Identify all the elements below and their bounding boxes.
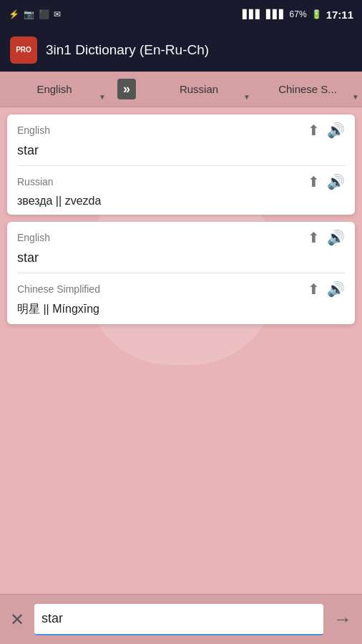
- signal2-icon: ▋▋▋: [266, 9, 285, 19]
- battery-icon: 🔋: [311, 9, 322, 19]
- status-bar: ⚡ 📷 ⬛ ✉ ▋▋▋ ▋▋▋ 67% 🔋 17:11: [0, 0, 362, 29]
- card1-english-share-icon[interactable]: ⬆: [308, 122, 320, 139]
- tab-direction-arrow: »: [117, 79, 136, 99]
- camera-icon: 📷: [24, 9, 34, 19]
- search-go-button[interactable]: →: [333, 608, 352, 630]
- card1-russian-value: звезда || zvezda: [17, 193, 345, 209]
- card1-english-sound-icon[interactable]: 🔊: [327, 122, 345, 139]
- tab-chinese[interactable]: Chinese S... ▼: [253, 72, 362, 107]
- tab-bar: English ▼ » Russian ▼ Chinese S... ▼: [0, 72, 362, 107]
- card1-russian-actions: ⬆ 🔊: [308, 173, 345, 190]
- app-header: PRO 3in1 Dictionary (En-Ru-Ch): [0, 29, 362, 72]
- card2-english-header: English ⬆ 🔊: [17, 229, 345, 246]
- card-en-ru: English ⬆ 🔊 star Russian ⬆ 🔊 звезда || z…: [7, 114, 355, 215]
- bbm-icon: ⬛: [39, 9, 49, 19]
- clear-button[interactable]: ✕: [10, 610, 24, 630]
- tab-chinese-label: Chinese S...: [278, 83, 337, 95]
- app-title: 3in1 Dictionary (En-Ru-Ch): [46, 42, 209, 58]
- card2-english-actions: ⬆ 🔊: [308, 229, 345, 246]
- usb-icon: ⚡: [9, 9, 19, 19]
- tab-russian-label: Russian: [180, 83, 218, 95]
- app-icon: PRO: [10, 36, 37, 64]
- card1-english-header: English ⬆ 🔊: [17, 122, 345, 139]
- status-time: 17:11: [326, 9, 353, 21]
- card2-english-label: English: [17, 232, 50, 243]
- search-bar: ✕ →: [0, 594, 362, 644]
- card1-russian-sound-icon[interactable]: 🔊: [327, 173, 345, 190]
- search-input[interactable]: [41, 611, 316, 626]
- card1-russian-label: Russian: [17, 176, 54, 187]
- card1-section-english: English ⬆ 🔊 star: [7, 114, 355, 165]
- status-right-icons: ▋▋▋ ▋▋▋ 67% 🔋 17:11: [243, 9, 353, 21]
- card2-chinese-actions: ⬆ 🔊: [308, 280, 345, 298]
- tab-english-arrow: ▼: [99, 93, 106, 101]
- tab-english[interactable]: English ▼: [0, 72, 109, 107]
- card1-english-label: English: [17, 125, 50, 136]
- signal-icon: ▋▋▋: [243, 9, 262, 19]
- card2-chinese-sound-icon[interactable]: 🔊: [327, 280, 345, 298]
- tab-english-label: English: [36, 83, 72, 95]
- card2-section-chinese: Chinese Simplified ⬆ 🔊 明星 || Míngxīng: [7, 273, 355, 324]
- card2-english-share-icon[interactable]: ⬆: [308, 229, 320, 246]
- card2-chinese-label: Chinese Simplified: [17, 283, 100, 295]
- message-icon: ✉: [54, 9, 61, 19]
- card2-chinese-header: Chinese Simplified ⬆ 🔊: [17, 280, 345, 298]
- card2-english-value: star: [17, 249, 345, 267]
- status-left-icons: ⚡ 📷 ⬛ ✉: [9, 9, 61, 19]
- card2-english-sound-icon[interactable]: 🔊: [327, 229, 345, 246]
- search-input-wrapper: [34, 604, 323, 635]
- tab-arrow-button[interactable]: »: [109, 72, 145, 107]
- tab-russian[interactable]: Russian ▼: [145, 72, 253, 107]
- card1-russian-header: Russian ⬆ 🔊: [17, 173, 345, 190]
- card1-english-actions: ⬆ 🔊: [308, 122, 345, 139]
- tab-russian-arrow: ▼: [243, 93, 250, 101]
- tab-chinese-arrow: ▼: [352, 93, 359, 101]
- card1-english-value: star: [17, 142, 345, 160]
- main-content: PRO English ⬆ 🔊 star Russian ⬆ 🔊 зве: [0, 107, 362, 594]
- card2-section-english: English ⬆ 🔊 star: [7, 222, 355, 273]
- card1-section-russian: Russian ⬆ 🔊 звезда || zvezda: [7, 166, 355, 215]
- battery-text: 67%: [290, 9, 307, 19]
- card1-russian-share-icon[interactable]: ⬆: [308, 173, 320, 190]
- card-en-zh: English ⬆ 🔊 star Chinese Simplified ⬆ 🔊 …: [7, 222, 355, 324]
- card2-chinese-share-icon[interactable]: ⬆: [308, 280, 320, 298]
- card2-chinese-value: 明星 || Míngxīng: [17, 301, 345, 318]
